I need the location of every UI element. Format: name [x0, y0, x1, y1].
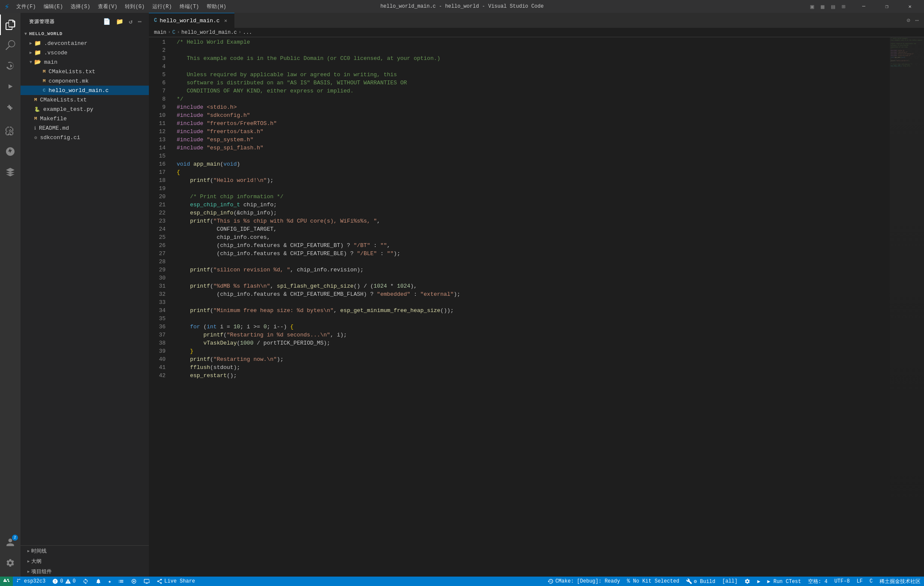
tab-hello-world[interactable]: C hello_world_main.c ✕: [149, 13, 234, 28]
split-editor-icon[interactable]: ⊘: [905, 15, 912, 26]
more-icon[interactable]: ⋯: [136, 17, 144, 26]
file-hello-world-main[interactable]: C hello_world_main.c: [21, 86, 149, 95]
tab-close-button[interactable]: ✕: [222, 17, 229, 24]
file-makefile[interactable]: M Makefile: [21, 114, 149, 123]
status-encoding[interactable]: UTF-8: [831, 577, 853, 586]
layout-icon-3[interactable]: ▤: [829, 3, 836, 10]
timeline-section[interactable]: ▶ 时间线: [21, 546, 149, 556]
project-components-section[interactable]: ▶ 项目组件: [21, 566, 149, 577]
activity-account[interactable]: 2: [0, 532, 21, 553]
status-live-share[interactable]: Live Share: [153, 577, 198, 586]
status-checklist[interactable]: [115, 577, 127, 586]
more-editor-icon[interactable]: ⋯: [914, 15, 921, 26]
file-example-test-py[interactable]: 🐍 example_test.py: [21, 104, 149, 114]
menu-view[interactable]: 查看(V): [95, 2, 121, 11]
tree-root[interactable]: ▼ HELLO_WORLD: [21, 29, 149, 39]
menu-file[interactable]: 文件(F): [13, 2, 39, 11]
menu-select[interactable]: 选择(S): [67, 2, 94, 11]
folder-vscode[interactable]: ▶ 📁 .vscode: [21, 48, 149, 57]
kit-label: % No Kit Selected: [627, 578, 679, 584]
status-build-all[interactable]: [all]: [719, 577, 741, 586]
status-cmake-active[interactable]: CMake: [Debug]: Ready: [544, 577, 623, 586]
file-component-mk[interactable]: M component.mk: [21, 76, 149, 86]
code-line-24: CONFIG_IDF_TARGET,: [177, 225, 890, 233]
breadcrumb: main › C › hello_world_main.c › ...: [149, 28, 924, 37]
tab-file-icon: C: [154, 18, 157, 24]
activity-remote[interactable]: [0, 141, 21, 162]
file-cmakelists-root[interactable]: M CMakeLists.txt: [21, 95, 149, 104]
outline-section[interactable]: ▶ 大纲: [21, 556, 149, 566]
status-bell[interactable]: [92, 577, 105, 586]
activity-source-control[interactable]: [0, 56, 21, 76]
minimize-button[interactable]: —: [854, 0, 874, 13]
status-eol[interactable]: LF: [853, 577, 866, 586]
maximize-button[interactable]: ❐: [877, 0, 897, 13]
code-line-18: printf("Hello world!\n");: [177, 176, 890, 184]
bell-icon: [95, 578, 101, 584]
folder-main[interactable]: ▼ 📂 main: [21, 57, 149, 67]
layout-icon-2[interactable]: ▦: [819, 3, 826, 10]
new-file-icon[interactable]: 📄: [101, 17, 113, 26]
activity-explorer[interactable]: [0, 15, 21, 35]
status-star[interactable]: ★: [105, 577, 115, 586]
broadcast-icon: [131, 578, 137, 584]
status-flash[interactable]: ▶: [754, 577, 764, 586]
status-debug-settings[interactable]: [741, 577, 754, 586]
menu-help[interactable]: 帮助(H): [203, 2, 230, 11]
breadcrumb-file[interactable]: hello_world_main.c: [181, 30, 237, 36]
menu-edit[interactable]: 编辑(E): [40, 2, 67, 11]
file-sdkconfig[interactable]: ⚙ sdkconfig.ci: [21, 133, 149, 142]
status-broadcast[interactable]: [127, 577, 140, 586]
tab-label: hello_world_main.c: [160, 18, 219, 24]
search-icon: [5, 40, 15, 51]
activity-bar: 2: [0, 13, 21, 577]
status-run-ctest[interactable]: ▶ Run CTest: [764, 577, 805, 586]
activity-esp-idf[interactable]: [0, 121, 21, 141]
folder-devcontainer[interactable]: ▶ 📁 .devcontainer: [21, 39, 149, 48]
status-errors[interactable]: 0 0: [49, 577, 79, 586]
code-line-9: #include <stdio.h>: [177, 103, 890, 111]
error-count: 0: [60, 578, 63, 584]
code-line-11: #include "freertos/FreeRTOS.h": [177, 119, 890, 128]
activity-settings[interactable]: [0, 553, 21, 573]
activity-search[interactable]: [0, 35, 21, 56]
layout-icon-1[interactable]: ▣: [808, 3, 815, 10]
menu-run[interactable]: 运行(R): [149, 2, 175, 11]
line-num-8: 8: [149, 95, 166, 103]
build-label: ⚙ Build: [694, 578, 715, 585]
activity-cmake[interactable]: [0, 162, 21, 182]
status-branch[interactable]: esp32c3: [13, 577, 49, 586]
title-bar: ⚡ 文件(F) 编辑(E) 选择(S) 查看(V) 转到(G) 运行(R) 终端…: [0, 0, 924, 13]
close-button[interactable]: ✕: [900, 0, 920, 13]
live-share-label: Live Share: [164, 578, 195, 584]
layout-icon-4[interactable]: ⊞: [840, 3, 847, 10]
line-num-21: 21: [149, 201, 166, 209]
code-line-37: printf("Restarting in %d seconds...\n", …: [177, 331, 890, 339]
menu-terminal[interactable]: 终端(T): [176, 2, 203, 11]
breadcrumb-main[interactable]: main: [154, 30, 166, 36]
file-cmakelists-main[interactable]: M CMakeLists.txt: [21, 67, 149, 76]
status-bar: esp32c3 0 0 ★: [0, 577, 924, 586]
code-line-13: #include "esp_system.h": [177, 136, 890, 144]
status-kit[interactable]: % No Kit Selected: [623, 577, 682, 586]
status-screen[interactable]: [140, 577, 153, 586]
cmakelists-label: CMakeLists.txt: [49, 68, 95, 75]
status-remote[interactable]: [0, 577, 13, 586]
code-area[interactable]: /* Hello World Example This example code…: [172, 37, 890, 577]
vscode-arrow: ▶: [27, 50, 34, 55]
line-num-36: 36: [149, 323, 166, 331]
new-folder-icon[interactable]: 📁: [114, 17, 125, 26]
sidebar-header-icons: 📄 📁 ↺ ⋯: [101, 17, 144, 26]
error-icon: [52, 578, 58, 584]
breadcrumb-symbol[interactable]: ...: [243, 30, 252, 36]
status-language[interactable]: C: [866, 577, 876, 586]
status-indent[interactable]: 空格: 4: [805, 577, 831, 586]
status-sync[interactable]: [79, 577, 92, 586]
activity-extensions[interactable]: [0, 97, 21, 117]
file-readme[interactable]: ℹ README.md: [21, 123, 149, 133]
status-community[interactable]: 稀土掘金技术社区: [876, 577, 924, 586]
menu-goto[interactable]: 转到(G): [121, 2, 148, 11]
status-build[interactable]: ⚙ Build: [683, 577, 719, 586]
activity-run-debug[interactable]: [0, 76, 21, 97]
refresh-icon[interactable]: ↺: [127, 17, 134, 26]
